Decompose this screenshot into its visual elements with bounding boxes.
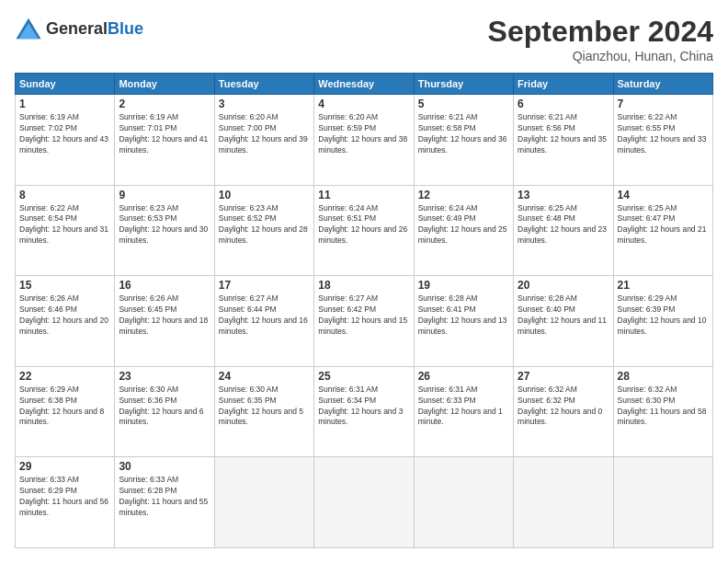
day-detail: Sunrise: 6:29 AMSunset: 6:39 PMDaylight:…: [618, 293, 709, 338]
day-detail: Sunrise: 6:21 AMSunset: 6:58 PMDaylight:…: [418, 112, 509, 156]
col-tuesday: Tuesday: [214, 74, 313, 95]
day-number: 15: [19, 279, 110, 292]
day-detail: Sunrise: 6:29 AMSunset: 6:38 PMDaylight:…: [19, 385, 110, 429]
col-monday: Monday: [115, 74, 214, 95]
day-detail: Sunrise: 6:25 AMSunset: 6:47 PMDaylight:…: [618, 203, 709, 247]
day-number: 19: [418, 279, 509, 292]
logo: GeneralBlue: [15, 15, 143, 42]
day-detail: Sunrise: 6:31 AMSunset: 6:33 PMDaylight:…: [418, 385, 509, 429]
day-number: 8: [19, 189, 110, 201]
calendar-day: 17Sunrise: 6:27 AMSunset: 6:44 PMDayligh…: [214, 276, 313, 367]
calendar-day: [514, 457, 613, 548]
day-number: 5: [418, 98, 509, 110]
calendar-day: 16Sunrise: 6:26 AMSunset: 6:45 PMDayligh…: [115, 276, 214, 367]
calendar-day: 12Sunrise: 6:24 AMSunset: 6:49 PMDayligh…: [414, 185, 513, 276]
day-number: 7: [618, 98, 709, 110]
col-wednesday: Wednesday: [314, 74, 414, 95]
calendar-day: 20Sunrise: 6:28 AMSunset: 6:40 PMDayligh…: [514, 276, 613, 367]
day-number: 29: [19, 460, 110, 473]
day-number: 20: [518, 279, 609, 292]
calendar-day: 1Sunrise: 6:19 AMSunset: 7:02 PMDaylight…: [16, 95, 115, 186]
day-detail: Sunrise: 6:28 AMSunset: 6:40 PMDaylight:…: [518, 293, 609, 338]
day-detail: Sunrise: 6:32 AMSunset: 6:30 PMDaylight:…: [618, 385, 709, 429]
header: GeneralBlue September 2024 Qianzhou, Hun…: [15, 15, 713, 63]
col-saturday: Saturday: [613, 74, 712, 95]
day-number: 14: [618, 189, 709, 201]
calendar-day: [214, 457, 313, 548]
page: GeneralBlue September 2024 Qianzhou, Hun…: [0, 0, 728, 563]
calendar-day: 26Sunrise: 6:31 AMSunset: 6:33 PMDayligh…: [414, 366, 513, 457]
calendar-header-row: Sunday Monday Tuesday Wednesday Thursday…: [16, 74, 713, 95]
day-detail: Sunrise: 6:30 AMSunset: 6:35 PMDaylight:…: [219, 385, 310, 429]
day-detail: Sunrise: 6:33 AMSunset: 6:29 PMDaylight:…: [19, 475, 110, 519]
day-number: 4: [318, 98, 409, 110]
calendar-day: 23Sunrise: 6:30 AMSunset: 6:36 PMDayligh…: [115, 366, 214, 457]
day-number: 10: [219, 189, 310, 201]
day-number: 16: [119, 279, 210, 292]
day-number: 18: [318, 279, 409, 292]
day-number: 3: [219, 98, 310, 110]
logo-icon: [15, 15, 42, 42]
day-number: 28: [618, 370, 709, 383]
calendar-week-3: 15Sunrise: 6:26 AMSunset: 6:46 PMDayligh…: [16, 276, 713, 367]
calendar-day: 22Sunrise: 6:29 AMSunset: 6:38 PMDayligh…: [16, 366, 115, 457]
calendar-day: 30Sunrise: 6:33 AMSunset: 6:28 PMDayligh…: [115, 457, 214, 548]
day-number: 17: [219, 279, 310, 292]
calendar-week-1: 1Sunrise: 6:19 AMSunset: 7:02 PMDaylight…: [16, 95, 713, 186]
day-number: 13: [518, 189, 609, 201]
calendar-day: 24Sunrise: 6:30 AMSunset: 6:35 PMDayligh…: [214, 366, 313, 457]
day-detail: Sunrise: 6:25 AMSunset: 6:48 PMDaylight:…: [518, 203, 609, 247]
month-title: September 2024: [488, 15, 713, 49]
day-detail: Sunrise: 6:23 AMSunset: 6:53 PMDaylight:…: [119, 203, 210, 247]
day-number: 23: [119, 370, 210, 383]
day-number: 11: [318, 189, 409, 201]
col-friday: Friday: [514, 74, 613, 95]
calendar-week-2: 8Sunrise: 6:22 AMSunset: 6:54 PMDaylight…: [16, 185, 713, 276]
day-detail: Sunrise: 6:31 AMSunset: 6:34 PMDaylight:…: [318, 385, 409, 429]
day-detail: Sunrise: 6:24 AMSunset: 6:49 PMDaylight:…: [418, 203, 509, 247]
calendar-day: 11Sunrise: 6:24 AMSunset: 6:51 PMDayligh…: [314, 185, 414, 276]
day-detail: Sunrise: 6:26 AMSunset: 6:46 PMDaylight:…: [19, 293, 110, 338]
day-detail: Sunrise: 6:23 AMSunset: 6:52 PMDaylight:…: [219, 203, 310, 247]
day-detail: Sunrise: 6:22 AMSunset: 6:54 PMDaylight:…: [19, 203, 110, 247]
day-detail: Sunrise: 6:27 AMSunset: 6:44 PMDaylight:…: [219, 293, 310, 338]
calendar-day: 6Sunrise: 6:21 AMSunset: 6:56 PMDaylight…: [514, 95, 613, 186]
day-detail: Sunrise: 6:33 AMSunset: 6:28 PMDaylight:…: [119, 475, 210, 519]
calendar-day: 14Sunrise: 6:25 AMSunset: 6:47 PMDayligh…: [613, 185, 712, 276]
calendar-day: 7Sunrise: 6:22 AMSunset: 6:55 PMDaylight…: [613, 95, 712, 186]
day-detail: Sunrise: 6:20 AMSunset: 7:00 PMDaylight:…: [219, 112, 310, 156]
calendar-day: 21Sunrise: 6:29 AMSunset: 6:39 PMDayligh…: [613, 276, 712, 367]
day-number: 22: [19, 370, 110, 383]
day-number: 30: [119, 460, 210, 473]
day-detail: Sunrise: 6:32 AMSunset: 6:32 PMDaylight:…: [518, 385, 609, 429]
col-sunday: Sunday: [16, 74, 115, 95]
calendar-day: 2Sunrise: 6:19 AMSunset: 7:01 PMDaylight…: [115, 95, 214, 186]
day-detail: Sunrise: 6:19 AMSunset: 7:02 PMDaylight:…: [19, 112, 110, 156]
day-number: 9: [119, 189, 210, 201]
day-number: 12: [418, 189, 509, 201]
day-number: 2: [119, 98, 210, 110]
calendar-week-4: 22Sunrise: 6:29 AMSunset: 6:38 PMDayligh…: [16, 366, 713, 457]
title-block: September 2024 Qianzhou, Hunan, China: [488, 15, 713, 63]
logo-text: GeneralBlue: [46, 20, 143, 37]
day-number: 6: [518, 98, 609, 110]
day-detail: Sunrise: 6:21 AMSunset: 6:56 PMDaylight:…: [518, 112, 609, 156]
calendar-day: 28Sunrise: 6:32 AMSunset: 6:30 PMDayligh…: [613, 366, 712, 457]
day-detail: Sunrise: 6:20 AMSunset: 6:59 PMDaylight:…: [318, 112, 409, 156]
day-detail: Sunrise: 6:30 AMSunset: 6:36 PMDaylight:…: [119, 385, 210, 429]
day-detail: Sunrise: 6:26 AMSunset: 6:45 PMDaylight:…: [119, 293, 210, 338]
calendar-day: [613, 457, 712, 548]
location: Qianzhou, Hunan, China: [488, 49, 713, 63]
day-number: 24: [219, 370, 310, 383]
calendar-day: 5Sunrise: 6:21 AMSunset: 6:58 PMDaylight…: [414, 95, 513, 186]
day-number: 27: [518, 370, 609, 383]
calendar-day: 18Sunrise: 6:27 AMSunset: 6:42 PMDayligh…: [314, 276, 414, 367]
calendar-day: 8Sunrise: 6:22 AMSunset: 6:54 PMDaylight…: [16, 185, 115, 276]
calendar-day: 9Sunrise: 6:23 AMSunset: 6:53 PMDaylight…: [115, 185, 214, 276]
calendar-day: 19Sunrise: 6:28 AMSunset: 6:41 PMDayligh…: [414, 276, 513, 367]
day-detail: Sunrise: 6:28 AMSunset: 6:41 PMDaylight:…: [418, 293, 509, 338]
calendar-day: 4Sunrise: 6:20 AMSunset: 6:59 PMDaylight…: [314, 95, 414, 186]
calendar-day: 13Sunrise: 6:25 AMSunset: 6:48 PMDayligh…: [514, 185, 613, 276]
day-detail: Sunrise: 6:27 AMSunset: 6:42 PMDaylight:…: [318, 293, 409, 338]
day-detail: Sunrise: 6:24 AMSunset: 6:51 PMDaylight:…: [318, 203, 409, 247]
